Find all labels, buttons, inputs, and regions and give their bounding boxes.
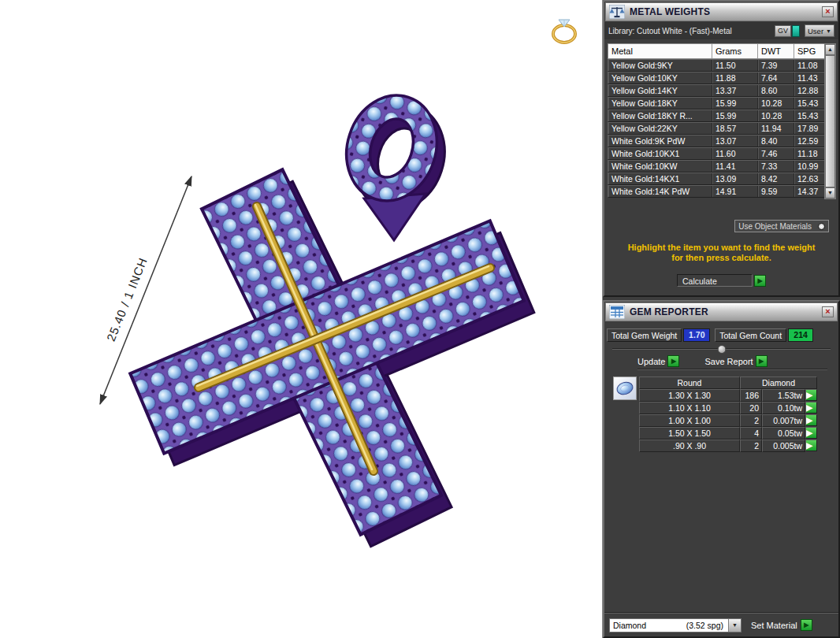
close-icon[interactable]: × <box>822 306 834 317</box>
scroll-thumb[interactable] <box>825 55 835 187</box>
gv-indicator[interactable] <box>792 25 800 37</box>
update-go-icon[interactable]: ▶ <box>667 355 679 367</box>
metal-name-cell[interactable]: White Gold:10KW <box>608 161 712 172</box>
metal-name-cell[interactable]: Yellow Gold:22KY <box>608 123 712 134</box>
gem-size-cell[interactable]: .90 X .90 <box>639 440 740 452</box>
gem-row-go-icon[interactable]: ▶ <box>805 440 817 451</box>
library-row: Library: Cutout White - (Fast)-Metal GV … <box>604 22 838 39</box>
metal-name-cell[interactable]: Yellow Gold:10KY <box>608 72 712 83</box>
3d-viewport[interactable]: 25.40 / 1 INCH <box>0 0 602 638</box>
gem-row[interactable]: 1.00 X 1.00 2 0.007tw ▶ <box>639 414 817 427</box>
metal-row[interactable]: White Gold:14KX1 13.09 8.42 12.63 <box>608 172 836 185</box>
scroll-up-icon[interactable]: ▲ <box>825 44 835 55</box>
gem-panel-spacer <box>604 452 838 613</box>
gem-preview-image <box>613 376 637 400</box>
metal-grams-cell: 11.88 <box>712 72 758 83</box>
metal-grams-cell: 14.91 <box>712 186 758 197</box>
col-header-dwt[interactable]: DWT <box>758 44 794 58</box>
user-button[interactable]: User ▼ <box>805 24 834 37</box>
use-object-materials-dropdown[interactable]: Use Object Materials <box>734 220 829 232</box>
gem-table-header: Round Diamond <box>639 376 817 389</box>
library-label: Library: Cutout White - (Fast)-Metal <box>608 27 775 35</box>
shape-header[interactable]: Round <box>639 376 740 389</box>
gem-size-cell[interactable]: 1.30 X 1.30 <box>639 389 740 402</box>
metal-dwt-cell: 8.40 <box>758 135 794 147</box>
use-object-materials-row: Use Object Materials <box>604 220 829 232</box>
metal-table: Metal Grams DWT SPG Yellow Gold:9KY 11.5… <box>608 43 836 199</box>
gem-count-cell: 186 <box>740 389 762 402</box>
metal-dwt-cell: 7.33 <box>758 161 794 172</box>
material-dropdown[interactable]: Diamond (3.52 spg) ▼ <box>609 618 742 632</box>
gem-row[interactable]: 1.30 X 1.30 186 1.53tw ▶ <box>639 389 817 402</box>
chevron-down-icon[interactable]: ▼ <box>728 619 741 632</box>
metal-table-rows: Yellow Gold:9KY 11.50 7.39 11.08 Yellow … <box>608 59 836 198</box>
gem-table: Round Diamond 1.30 X 1.30 186 1.53tw ▶ <box>639 376 817 452</box>
col-header-grams[interactable]: Grams <box>712 44 758 58</box>
metal-name-cell[interactable]: White Gold:9K PdW <box>608 135 712 147</box>
material-spg: (3.52 spg) <box>686 621 723 630</box>
metal-row[interactable]: White Gold:10KX1 11.60 7.46 11.18 <box>608 147 836 160</box>
use-object-materials-label: Use Object Materials <box>738 222 812 231</box>
metal-grams-cell: 11.60 <box>712 148 758 159</box>
metal-row[interactable]: White Gold:9K PdW 13.07 8.40 12.59 <box>608 135 836 147</box>
calculate-go-icon[interactable]: ▶ <box>754 275 766 287</box>
set-material-button[interactable]: Set Material <box>751 621 797 630</box>
metal-table-scrollbar[interactable]: ▲ ▼ <box>824 43 836 199</box>
gem-row-go-icon[interactable]: ▶ <box>805 402 817 414</box>
gem-count-cell: 2 <box>740 414 762 427</box>
metal-grams-cell: 13.07 <box>712 135 758 147</box>
col-header-metal[interactable]: Metal <box>608 44 712 58</box>
collapse-handle[interactable] <box>717 345 726 354</box>
gv-button[interactable]: GV <box>775 25 791 37</box>
gem-row[interactable]: .90 X .90 2 0.005tw ▶ <box>639 440 817 452</box>
metal-row[interactable]: Yellow Gold:18KY 15.99 10.28 15.43 <box>608 97 836 109</box>
metal-name-cell[interactable]: Yellow Gold:18KY R... <box>608 110 712 121</box>
metal-grams-cell: 11.50 <box>712 60 758 71</box>
panel-title: METAL WEIGHTS <box>630 6 822 17</box>
gem-size-cell[interactable]: 1.10 X 1.10 <box>639 402 740 414</box>
metal-table-header: Metal Grams DWT SPG <box>608 43 836 59</box>
metal-row[interactable]: Yellow Gold:14KY 13.37 8.60 12.88 <box>608 84 836 97</box>
metal-row[interactable]: Yellow Gold:18KY R... 15.99 10.28 15.43 <box>608 109 836 122</box>
scroll-down-icon[interactable]: ▼ <box>825 187 835 198</box>
metal-row[interactable]: Yellow Gold:10KY 11.88 7.64 11.43 <box>608 72 836 84</box>
metal-row[interactable]: White Gold:14K PdW 14.91 9.59 14.37 <box>608 185 836 198</box>
metal-name-cell[interactable]: Yellow Gold:18KY <box>608 98 712 109</box>
metal-name-cell[interactable]: White Gold:14K PdW <box>608 186 712 197</box>
gem-weight-cell: 1.53tw <box>762 389 805 402</box>
radio-icon[interactable] <box>818 223 825 230</box>
chevron-down-icon: ▼ <box>826 28 831 34</box>
calculate-button[interactable]: Calculate <box>677 274 753 287</box>
metal-dwt-cell: 8.42 <box>758 173 794 184</box>
gem-row-go-icon[interactable]: ▶ <box>805 389 817 401</box>
metal-name-cell[interactable]: Yellow Gold:14KY <box>608 85 712 96</box>
gem-weight-cell: 0.10tw <box>762 402 805 414</box>
set-material-go-icon[interactable]: ▶ <box>801 619 812 631</box>
gem-size-cell[interactable]: 1.50 X 1.50 <box>639 427 740 440</box>
material-header[interactable]: Diamond <box>740 376 817 389</box>
pendant-bail <box>333 83 451 213</box>
user-button-label: User <box>808 27 823 35</box>
metal-name-cell[interactable]: White Gold:14KX1 <box>608 173 712 184</box>
gem-row[interactable]: 1.50 X 1.50 4 0.05tw ▶ <box>639 427 817 440</box>
gem-row-go-icon[interactable]: ▶ <box>805 427 817 439</box>
save-report-go-icon[interactable]: ▶ <box>756 355 768 367</box>
metal-row[interactable]: Yellow Gold:9KY 11.50 7.39 11.08 <box>608 59 836 72</box>
calculate-row: Calculate ▶ <box>604 274 838 287</box>
save-report-button[interactable]: Save Report <box>704 357 753 366</box>
close-icon[interactable]: × <box>822 6 834 17</box>
metal-name-cell[interactable]: White Gold:10KX1 <box>608 148 712 159</box>
metal-dwt-cell: 7.64 <box>758 72 794 83</box>
total-gem-weight-value: 1.70 <box>683 328 710 342</box>
update-button[interactable]: Update <box>637 357 665 366</box>
metal-row[interactable]: White Gold:10KW 11.41 7.33 10.99 <box>608 160 836 172</box>
metal-name-cell[interactable]: Yellow Gold:9KY <box>608 60 712 71</box>
gem-row[interactable]: 1.10 X 1.10 20 0.10tw ▶ <box>639 402 817 414</box>
panel-title: GEM REPORTER <box>630 306 822 317</box>
gem-row-go-icon[interactable]: ▶ <box>805 414 817 426</box>
metal-dwt-cell: 7.46 <box>758 148 794 159</box>
pendant-x-letter <box>130 83 524 535</box>
gem-size-cell[interactable]: 1.00 X 1.00 <box>639 414 740 427</box>
metal-row[interactable]: Yellow Gold:22KY 18.57 11.94 17.89 <box>608 122 836 135</box>
side-panel-column: METAL WEIGHTS × Library: Cutout White - … <box>602 0 840 638</box>
